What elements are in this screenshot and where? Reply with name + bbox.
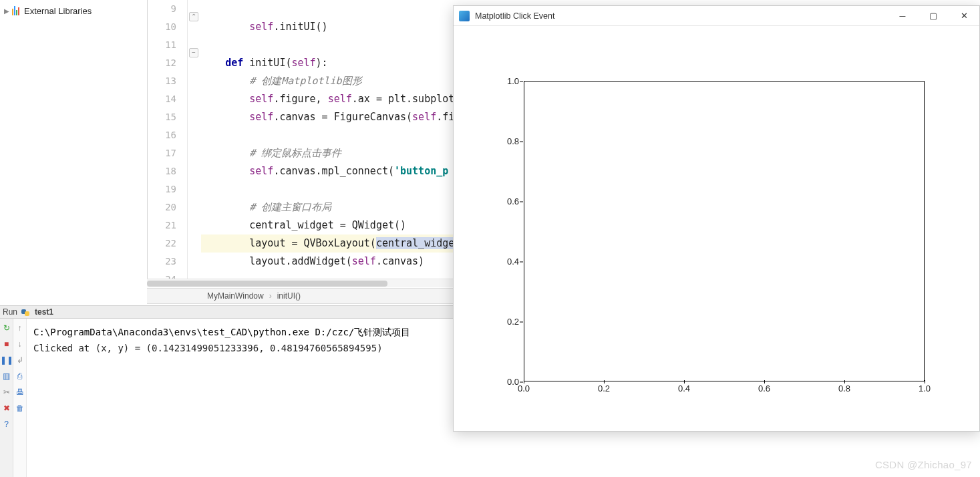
close-icon[interactable]: ✖	[1, 403, 11, 413]
scrollbar-thumb[interactable]	[147, 281, 387, 287]
breadcrumb-separator-icon: ›	[269, 291, 272, 301]
window-titlebar[interactable]: Matplotlib Click Event ─ ▢ ✕	[454, 6, 979, 26]
matplotlib-window[interactable]: Matplotlib Click Event ─ ▢ ✕ 0.00.20.40.…	[453, 5, 980, 432]
line-number: 23	[148, 253, 176, 271]
code-line[interactable]: # 创建Matplotlib图形	[201, 72, 454, 90]
line-number: 13	[148, 72, 176, 90]
export-icon[interactable]: ⎙	[15, 371, 25, 381]
code-line[interactable]	[201, 36, 454, 54]
run-tool-header[interactable]: Run test1	[0, 305, 453, 319]
code-editor[interactable]: 9101112131415161718192021222324 ⌃ − self…	[147, 0, 454, 287]
x-tick-label: 0.8	[838, 383, 850, 393]
line-number: 15	[148, 108, 176, 126]
rerun-icon[interactable]: ↻	[1, 323, 11, 333]
maximize-button[interactable]: ▢	[918, 6, 949, 26]
trash-icon[interactable]: 🗑	[15, 403, 25, 413]
console-line-1: C:\ProgramData\Anaconda3\envs\test_CAD\p…	[33, 324, 446, 340]
editor-horizontal-scrollbar[interactable]	[147, 279, 454, 287]
line-number: 14	[148, 90, 176, 108]
project-external-libraries-label: External Libraries	[24, 6, 92, 16]
y-tick-label: 0.8	[507, 136, 519, 146]
run-tab-name[interactable]: test1	[35, 307, 53, 317]
code-line[interactable]: def initUI(self):	[201, 54, 454, 72]
line-number: 16	[148, 126, 176, 144]
y-tick-label: 0.2	[507, 317, 519, 327]
print-icon[interactable]: 🖶	[15, 387, 25, 397]
line-number: 9	[148, 0, 176, 18]
code-area[interactable]: self.initUI() def initUI(self): # 创建Matp…	[201, 0, 454, 287]
code-line[interactable]: self.canvas = FigureCanvas(self.fi	[201, 108, 454, 126]
code-line[interactable]: self.canvas.mpl_connect('button_p	[201, 162, 454, 180]
run-tool-body: ↻ ■ ❚❚ ▥ ✂ ✖ ? ↑ ↓ ↲ ⎙ 🖶 🗑 C:\ProgramDat…	[0, 319, 453, 477]
code-line[interactable]: layout = QVBoxLayout(central_widge	[201, 234, 454, 253]
project-external-libraries[interactable]: ▶ External Libraries	[4, 4, 143, 17]
fold-minus-icon[interactable]: −	[189, 48, 198, 57]
y-tick-label: 0.4	[507, 257, 519, 267]
attach-icon[interactable]: ✂	[1, 387, 11, 397]
app-icon	[459, 11, 470, 21]
line-number: 20	[148, 198, 176, 216]
run-toolbar-primary: ↻ ■ ❚❚ ▥ ✂ ✖ ?	[0, 319, 13, 477]
layout-icon[interactable]: ▥	[1, 371, 11, 381]
fold-column[interactable]: ⌃ −	[188, 0, 201, 287]
project-tree[interactable]: ▶ External Libraries	[0, 0, 147, 304]
line-number: 17	[148, 144, 176, 162]
plot-axes[interactable]	[524, 81, 925, 381]
down-arrow-icon[interactable]: ↓	[15, 339, 25, 349]
code-line[interactable]	[201, 0, 454, 18]
line-number: 22	[148, 234, 176, 253]
plot-canvas[interactable]: 0.00.20.40.60.81.0 0.00.20.40.60.81.0	[454, 26, 979, 431]
x-tick-label: 0.2	[598, 383, 610, 393]
code-line[interactable]: layout.addWidget(self.canvas)	[201, 253, 454, 271]
fold-up-icon[interactable]: ⌃	[189, 12, 198, 21]
breadcrumb-class[interactable]: MyMainWindow	[207, 291, 264, 301]
code-line[interactable]: self.initUI()	[201, 18, 454, 36]
minimize-button[interactable]: ─	[887, 6, 918, 26]
ide-window: ▶ External Libraries 9101112131415161718…	[0, 0, 453, 477]
x-tick-label: 0.6	[758, 383, 770, 393]
code-line[interactable]: self.figure, self.ax = plt.subplot	[201, 90, 454, 108]
wrap-icon[interactable]: ↲	[15, 355, 25, 365]
line-number: 19	[148, 180, 176, 198]
up-arrow-icon[interactable]: ↑	[15, 323, 25, 333]
y-tick-label: 1.0	[507, 76, 519, 86]
watermark-text: CSDN @Zhichao_97	[875, 459, 972, 470]
run-tab-prefix: Run	[3, 307, 17, 317]
close-button[interactable]: ✕	[949, 6, 979, 26]
x-tick-label: 1.0	[919, 383, 931, 393]
line-number: 12	[148, 54, 176, 72]
line-number: 21	[148, 216, 176, 234]
code-line[interactable]: # 绑定鼠标点击事件	[201, 144, 454, 162]
code-line[interactable]: central_widget = QWidget()	[201, 216, 454, 234]
code-line[interactable]	[201, 126, 454, 144]
breadcrumb-method[interactable]: initUI()	[277, 291, 301, 301]
libraries-icon	[12, 6, 21, 15]
line-number: 18	[148, 162, 176, 180]
y-tick-label: 0.6	[507, 196, 519, 206]
run-toolbar-secondary: ↑ ↓ ↲ ⎙ 🖶 🗑	[13, 319, 27, 477]
x-tick-label: 0.4	[678, 383, 690, 393]
pause-icon[interactable]: ❚❚	[1, 355, 11, 365]
code-line[interactable]: # 创建主窗口布局	[201, 198, 454, 216]
python-icon	[21, 307, 31, 317]
line-number: 11	[148, 36, 176, 54]
console-output[interactable]: C:\ProgramData\Anaconda3\envs\test_CAD\p…	[27, 319, 453, 477]
x-tick-label: 0.0	[518, 383, 530, 393]
chevron-right-icon: ▶	[4, 7, 9, 15]
window-title: Matplotlib Click Event	[475, 11, 887, 21]
help-icon[interactable]: ?	[1, 419, 11, 429]
line-number-gutter: 9101112131415161718192021222324	[148, 0, 188, 287]
line-number: 10	[148, 18, 176, 36]
console-line-2: Clicked at (x, y) = (0.14231499051233396…	[33, 340, 446, 356]
stop-icon[interactable]: ■	[1, 339, 11, 349]
breadcrumb[interactable]: MyMainWindow › initUI()	[147, 288, 454, 304]
code-line[interactable]	[201, 180, 454, 198]
